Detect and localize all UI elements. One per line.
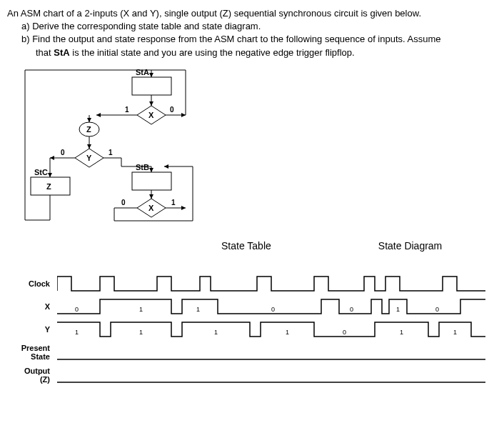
item-b-cont: that StA is the initial state and you ar… [7, 46, 487, 59]
svg-marker-12 [181, 113, 186, 117]
present-state-label: Present State [7, 344, 57, 361]
x-val-3: 0 [271, 306, 275, 313]
svg-marker-9 [96, 113, 101, 117]
x-val-1: 1 [139, 306, 143, 313]
svg-text:1: 1 [109, 149, 113, 156]
y-waveform: 1 1 1 1 0 1 1 [57, 319, 487, 340]
svg-marker-20 [87, 144, 91, 149]
y-val-0: 1 [75, 329, 79, 336]
intro-text: An ASM chart of a 2-inputs (X and Y), si… [7, 7, 487, 20]
item-a: a) Derive the corresponding state table … [7, 20, 487, 33]
svg-marker-4 [149, 101, 153, 106]
output-label: Output (Z) [7, 367, 57, 384]
y-val-2: 1 [214, 329, 218, 336]
svg-marker-45 [164, 164, 168, 169]
question-header: An ASM chart of a 2-inputs (X and Y), si… [7, 7, 487, 59]
x-val-5: 1 [396, 306, 400, 313]
present-state-waveform [57, 342, 487, 363]
svg-text:Y: Y [86, 154, 92, 162]
y-val-4: 0 [343, 329, 346, 336]
y-row: Y 1 1 1 1 0 1 1 [7, 319, 487, 340]
present-state-row: Present State [7, 342, 487, 363]
x-label: X [7, 302, 57, 311]
svg-marker-53 [48, 173, 52, 177]
state-a-label: StA [136, 68, 149, 76]
y-val-5: 1 [400, 329, 403, 336]
svg-marker-2 [149, 73, 153, 77]
x-waveform: 0 1 1 0 0 1 0 [57, 296, 487, 317]
svg-text:Z: Z [86, 125, 91, 134]
svg-text:0: 0 [121, 199, 126, 206]
y-val-6: 1 [453, 329, 457, 336]
svg-rect-0 [132, 77, 171, 95]
x-val-4: 0 [350, 306, 353, 313]
x-val-0: 0 [75, 306, 79, 313]
y-val-3: 1 [286, 329, 289, 336]
svg-marker-25 [50, 156, 54, 160]
x-val-2: 1 [196, 306, 200, 313]
svg-text:1: 1 [171, 199, 176, 206]
svg-text:Z: Z [46, 182, 51, 191]
clock-row: Clock [7, 273, 487, 294]
state-diagram-label: State Diagram [378, 240, 442, 252]
clock-label: Clock [7, 279, 57, 288]
svg-text:1: 1 [125, 106, 129, 114]
svg-text:X: X [148, 204, 154, 212]
svg-marker-36 [149, 194, 153, 199]
asm-chart: StA X 1 0 Z Y [21, 66, 487, 226]
svg-marker-48 [181, 206, 186, 210]
svg-rect-33 [132, 172, 171, 190]
svg-text:X: X [148, 111, 154, 119]
svg-text:0: 0 [61, 149, 65, 156]
y-label: Y [7, 325, 57, 334]
item-b: b) Find the output and state response fr… [7, 33, 487, 46]
output-waveform [57, 364, 487, 386]
output-row: Output (Z) [7, 364, 487, 386]
svg-text:StC: StC [34, 168, 48, 176]
svg-text:StB: StB [136, 163, 149, 171]
y-val-1: 1 [139, 329, 143, 336]
x-val-6: 0 [435, 306, 439, 313]
x-row: X 0 1 1 0 0 1 0 [7, 296, 487, 317]
svg-text:0: 0 [170, 106, 174, 114]
table-labels-row: State Table State Diagram [7, 240, 487, 252]
timing-diagram: Clock X 0 1 1 0 0 1 0 Y [7, 273, 487, 386]
svg-marker-32 [149, 168, 153, 172]
svg-marker-18 [87, 118, 91, 122]
state-table-label: State Table [221, 240, 271, 252]
clock-waveform [57, 273, 487, 294]
